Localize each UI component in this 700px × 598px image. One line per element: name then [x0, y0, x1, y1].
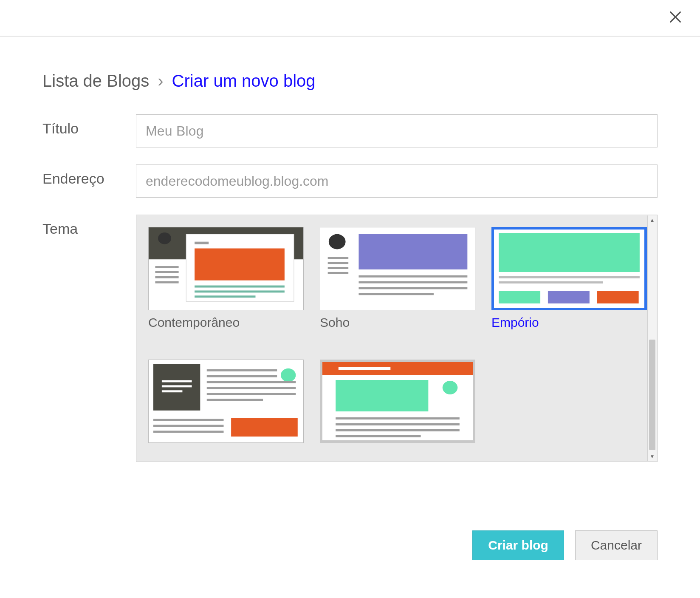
svg-rect-38 [207, 369, 277, 371]
svg-rect-8 [195, 290, 285, 292]
svg-rect-47 [231, 418, 298, 437]
theme-thumb [148, 227, 304, 310]
theme-thumb [320, 227, 475, 310]
theme-card-5[interactable] [320, 360, 475, 462]
close-button[interactable] [665, 8, 686, 28]
svg-rect-10 [155, 266, 178, 268]
svg-rect-22 [358, 281, 467, 283]
svg-rect-45 [153, 425, 223, 427]
address-input[interactable] [136, 164, 658, 198]
header-divider [0, 36, 700, 37]
svg-rect-7 [195, 286, 285, 288]
svg-rect-34 [162, 380, 192, 383]
scrollbar-track[interactable] [648, 225, 657, 452]
svg-rect-24 [358, 293, 433, 295]
theme-card-4[interactable] [148, 360, 304, 462]
svg-rect-30 [548, 291, 590, 303]
theme-panel: Contemporâneo [136, 215, 658, 462]
cancel-button[interactable]: Cancelar [575, 530, 658, 560]
breadcrumb-current: Criar um novo blog [172, 71, 316, 91]
svg-rect-23 [358, 287, 467, 289]
chevron-right-icon: › [158, 71, 163, 91]
svg-rect-9 [195, 295, 255, 298]
theme-name: Contemporâneo [148, 315, 304, 330]
svg-rect-27 [499, 276, 640, 278]
theme-name: Soho [320, 315, 475, 330]
svg-rect-43 [207, 399, 263, 401]
svg-rect-46 [153, 431, 223, 433]
svg-rect-5 [195, 242, 209, 244]
svg-rect-44 [153, 419, 223, 421]
svg-rect-17 [328, 257, 349, 259]
theme-label: Tema [42, 215, 136, 237]
title-input[interactable] [136, 114, 658, 147]
svg-rect-31 [597, 291, 639, 303]
theme-card-soho[interactable]: Soho [320, 227, 475, 343]
breadcrumb: Lista de Blogs › Criar um novo blog [42, 71, 658, 91]
breadcrumb-root[interactable]: Lista de Blogs [42, 71, 149, 91]
svg-rect-42 [207, 393, 296, 395]
svg-rect-39 [207, 375, 277, 377]
svg-point-51 [443, 381, 458, 394]
svg-point-3 [158, 232, 171, 244]
svg-rect-29 [499, 291, 540, 303]
svg-point-37 [281, 368, 296, 382]
theme-scrollbar[interactable]: ▲ ▼ [647, 215, 657, 461]
svg-rect-26 [499, 233, 640, 272]
theme-card-emporio[interactable]: Empório [491, 227, 647, 343]
svg-rect-40 [207, 381, 296, 383]
scroll-down-icon[interactable]: ▼ [648, 452, 657, 461]
svg-rect-55 [336, 429, 460, 431]
scroll-up-icon[interactable]: ▲ [648, 215, 657, 225]
theme-name: Empório [491, 315, 647, 330]
svg-rect-50 [339, 367, 390, 370]
svg-rect-35 [162, 385, 192, 387]
svg-rect-19 [328, 267, 349, 269]
svg-rect-53 [336, 417, 460, 419]
svg-rect-28 [499, 281, 603, 283]
theme-thumb [491, 227, 647, 310]
svg-rect-18 [328, 262, 349, 264]
scrollbar-thumb[interactable] [649, 340, 655, 450]
svg-rect-13 [155, 281, 178, 283]
svg-rect-20 [328, 272, 349, 274]
svg-rect-41 [207, 387, 296, 389]
title-label: Título [42, 114, 136, 137]
create-blog-button[interactable]: Criar blog [472, 530, 564, 560]
svg-rect-36 [162, 390, 183, 392]
theme-card-contemporaneo[interactable]: Contemporâneo [148, 227, 304, 343]
svg-rect-16 [358, 234, 467, 269]
theme-thumb [320, 360, 475, 443]
svg-rect-6 [195, 248, 285, 280]
svg-point-15 [329, 234, 346, 249]
svg-rect-56 [336, 435, 421, 437]
svg-rect-21 [358, 275, 467, 278]
svg-rect-54 [336, 423, 460, 425]
theme-thumb [148, 360, 304, 443]
address-label: Endereço [42, 164, 136, 187]
svg-rect-11 [155, 271, 178, 273]
svg-rect-12 [155, 276, 178, 278]
close-icon [668, 10, 683, 26]
svg-rect-52 [336, 380, 428, 411]
